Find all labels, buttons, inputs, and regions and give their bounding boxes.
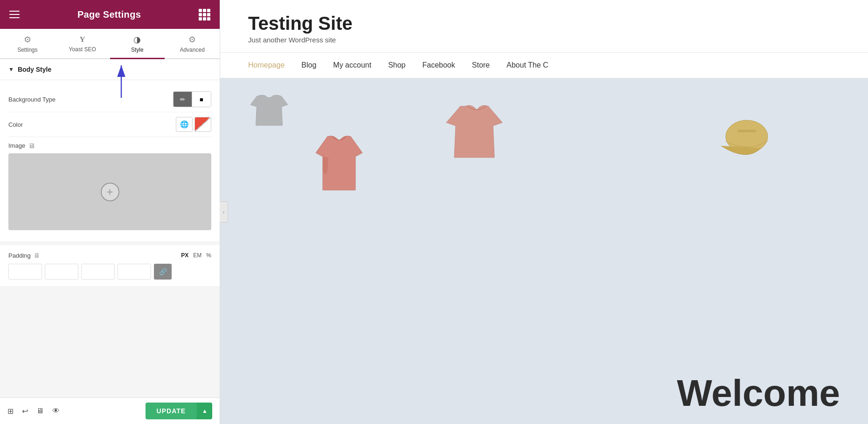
padding-bottom-input[interactable] xyxy=(81,264,115,280)
background-type-toggle: ✏ ■ xyxy=(173,91,211,107)
tab-settings-label: Settings xyxy=(17,47,37,53)
nav-item-about[interactable]: About The C xyxy=(507,61,549,69)
eye-icon[interactable]: 👁 xyxy=(52,407,60,415)
nav-item-shop[interactable]: Shop xyxy=(388,61,405,69)
section-title: Body Style xyxy=(18,66,51,73)
color-controls: 🌐 xyxy=(176,117,211,132)
panel-content: ▼ Body Style Background Type ✏ ■ Color 🌐 xyxy=(0,59,220,397)
tab-advanced[interactable]: ⚙ Advanced xyxy=(165,29,220,59)
padding-inputs: 🔗 xyxy=(8,264,211,280)
style-icon: ◑ xyxy=(133,34,141,45)
color-global-btn[interactable]: 🌐 xyxy=(176,117,193,132)
tab-advanced-label: Advanced xyxy=(180,47,204,53)
bottom-icons: ⊞ ↩ 🖥 👁 xyxy=(7,407,60,416)
site-nav: Homepage Blog My account Shop Facebook S… xyxy=(220,53,868,78)
color-row: Color 🌐 xyxy=(8,112,211,137)
yoast-icon: Y xyxy=(79,35,85,44)
image-row: Image 🖥 + xyxy=(8,137,211,235)
panel-header: Page Settings xyxy=(0,0,220,29)
upload-plus-icon: + xyxy=(101,183,119,201)
nav-item-homepage[interactable]: Homepage xyxy=(248,61,285,69)
clothing-area: Welcome xyxy=(220,78,868,424)
nav-item-myaccount[interactable]: My account xyxy=(333,61,371,69)
update-btn-wrap: UPDATE ▲ xyxy=(146,403,212,419)
bottom-bar: ⊞ ↩ 🖥 👁 UPDATE ▲ xyxy=(0,397,220,424)
site-header: Testing Site Just another WordPress site xyxy=(220,0,868,53)
padding-header: Padding 🖥 PX EM % xyxy=(8,252,211,259)
panel-tabs: ⚙ Settings Y Yoast SEO ◑ Style ⚙ Advance… xyxy=(0,29,220,59)
left-panel: Page Settings ⚙ Settings Y Yoast SEO ◑ S… xyxy=(0,0,220,424)
shirt-gray xyxy=(248,92,290,130)
site-title: Testing Site xyxy=(248,13,840,34)
update-arrow-button[interactable]: ▲ xyxy=(197,403,212,419)
welcome-text: Welcome xyxy=(677,372,840,415)
body-style-content: Background Type ✏ ■ Color 🌐 Image 🖥 xyxy=(0,80,220,241)
collapse-handle[interactable]: ‹ xyxy=(220,201,228,223)
background-type-row: Background Type ✏ ■ xyxy=(8,87,211,112)
settings-icon: ⚙ xyxy=(24,34,31,45)
shirt-salmon xyxy=(444,102,505,162)
unit-em[interactable]: EM xyxy=(193,252,201,259)
panel-title: Page Settings xyxy=(77,9,141,20)
hoodie-pink xyxy=(313,134,365,195)
section-collapse-arrow[interactable]: ▼ xyxy=(8,66,14,73)
tab-settings[interactable]: ⚙ Settings xyxy=(0,29,55,59)
nav-item-blog[interactable]: Blog xyxy=(301,61,316,69)
unit-px[interactable]: PX xyxy=(181,252,188,259)
padding-right-input[interactable] xyxy=(45,264,78,280)
cap-yellow xyxy=(719,116,775,162)
grid-apps-icon[interactable] xyxy=(199,9,210,21)
image-upload-area[interactable]: + xyxy=(8,153,211,230)
color-swatch[interactable] xyxy=(194,117,211,132)
padding-section: Padding 🖥 PX EM % 🔗 xyxy=(0,245,220,286)
bg-type-solid-btn[interactable]: ✏ xyxy=(174,92,192,107)
tab-yoast-seo[interactable]: Y Yoast SEO xyxy=(55,29,110,59)
padding-monitor-icon: 🖥 xyxy=(34,252,40,259)
padding-left-input[interactable] xyxy=(118,264,151,280)
hamburger-menu-icon[interactable] xyxy=(9,11,20,18)
body-style-section-header: ▼ Body Style xyxy=(0,59,220,80)
nav-item-store[interactable]: Store xyxy=(472,61,490,69)
tab-style[interactable]: ◑ Style xyxy=(110,29,165,59)
update-button[interactable]: UPDATE xyxy=(146,403,197,419)
layers-icon[interactable]: ⊞ xyxy=(7,407,14,416)
unit-percent[interactable]: % xyxy=(206,252,211,259)
history-icon[interactable]: ↩ xyxy=(22,407,28,416)
svg-rect-3 xyxy=(737,130,756,132)
nav-item-facebook[interactable]: Facebook xyxy=(423,61,455,69)
site-tagline: Just another WordPress site xyxy=(248,36,840,44)
padding-units: PX EM % xyxy=(181,252,211,259)
padding-label: Padding 🖥 xyxy=(8,252,40,259)
image-label: Image 🖥 xyxy=(8,142,35,150)
padding-top-input[interactable] xyxy=(8,264,42,280)
advanced-icon: ⚙ xyxy=(188,34,196,45)
bg-type-gradient-btn[interactable]: ■ xyxy=(192,92,211,107)
tab-style-label: Style xyxy=(131,47,144,53)
desktop-icon[interactable]: 🖥 xyxy=(36,407,44,415)
color-label: Color xyxy=(8,121,23,128)
site-content: Welcome xyxy=(220,78,868,424)
tab-yoast-label: Yoast SEO xyxy=(69,46,96,53)
right-panel: Testing Site Just another WordPress site… xyxy=(220,0,868,424)
monitor-icon: 🖥 xyxy=(28,142,35,150)
background-type-label: Background Type xyxy=(8,96,56,103)
link-padding-btn[interactable]: 🔗 xyxy=(154,264,172,280)
